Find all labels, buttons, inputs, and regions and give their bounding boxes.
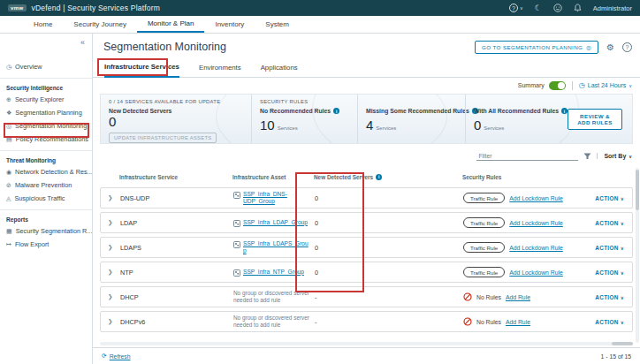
funnel-icon[interactable]: [583, 153, 591, 160]
tab-applications[interactable]: Applications: [261, 64, 298, 77]
traffic-rule-badge[interactable]: Traffic Rule: [463, 267, 505, 277]
sidebar-item-network-detection-res[interactable]: ◉Network Detection & Res...: [0, 165, 92, 178]
sidebar-item-policy-recommendations[interactable]: ▤Policy Recommendations: [0, 133, 92, 146]
summary-toggle[interactable]: [549, 81, 566, 90]
feedback-button[interactable]: [553, 4, 562, 12]
add-lockdown-rule-link[interactable]: Add Lockdown Rule: [509, 195, 562, 201]
sidebar-item-suspicious-traffic[interactable]: ◬Suspicious Traffic: [0, 192, 92, 205]
report-icon: ▦: [6, 228, 12, 235]
settings-button[interactable]: ⚙: [606, 43, 614, 52]
table-footer: ⟳ Refresh 1 - 15 of 15: [93, 347, 640, 364]
time-range-label: Last 24 Hours: [588, 82, 627, 88]
add-rule-link[interactable]: Add Rule: [506, 294, 530, 300]
services-unit: Services: [484, 125, 504, 131]
vertical-scrollbar-thumb[interactable]: [636, 170, 639, 210]
page-tabs: Infrastructure ServicesEnvironmentsAppli…: [93, 58, 640, 78]
expand-chevron-icon[interactable]: ❯: [101, 219, 120, 226]
user-menu[interactable]: Administrator: [593, 4, 632, 12]
action-dropdown[interactable]: ACTION ∨: [575, 195, 632, 201]
expand-chevron-icon[interactable]: ❯: [101, 194, 120, 201]
asset-group-link[interactable]: SSP_Infra_DNS-UDP_Group: [243, 191, 309, 205]
refresh-button[interactable]: ⟳ Refresh: [102, 353, 131, 360]
add-lockdown-rule-link[interactable]: Add Lockdown Rule: [509, 245, 562, 251]
spacer: [474, 99, 568, 106]
col-infrastructure-asset[interactable]: Infrastructure Asset: [232, 174, 314, 180]
nav-item-home[interactable]: Home: [23, 16, 63, 33]
asset-group-link[interactable]: SSP_Infra_LDAPS_Group: [243, 240, 309, 254]
go-to-segmentation-planning-button[interactable]: GO TO SEGMENTATION PLANNING ◎: [475, 41, 598, 54]
sidebar-item-security-segmentation-r[interactable]: ▦Security Segmentation R...: [0, 224, 92, 238]
page-help-button[interactable]: ?: [622, 42, 632, 52]
asset-group-link[interactable]: SSP_Infra_LDAP_Group: [243, 219, 308, 226]
table-row-ntp: ❯NTPSSP_Infra_NTP_Group0Traffic RuleAdd …: [100, 262, 633, 283]
nav-item-monitor-plan[interactable]: Monitor & Plan: [137, 16, 204, 33]
add-rule-link[interactable]: Add Rule: [506, 319, 530, 325]
add-lockdown-rule-link[interactable]: Add Lockdown Rule: [509, 220, 562, 226]
traffic-rule-badge[interactable]: Traffic Rule: [463, 242, 505, 253]
expand-chevron-icon[interactable]: ❯: [101, 293, 120, 300]
no-recommended-rules-card: SECURITY RULES No Recommended Rulesi 10S…: [251, 95, 357, 143]
filter-row: Sort By ∨: [93, 144, 640, 168]
toggle-knob: [558, 82, 565, 89]
traffic-rule-badge[interactable]: Traffic Rule: [463, 193, 505, 203]
nav-item-inventory[interactable]: Inventory: [204, 16, 255, 33]
action-dropdown[interactable]: ACTION ∨: [575, 245, 632, 251]
help-menu-button[interactable]: ? ∨: [509, 4, 523, 12]
action-dropdown[interactable]: ACTION ∨: [575, 294, 632, 300]
update-summary-section: 0 / 14 SERVICES AVAILABLE FOR UPDATE New…: [101, 95, 251, 143]
col-new-detected-servers[interactable]: New Detected Servers i: [314, 174, 462, 180]
add-lockdown-rule-link[interactable]: Add Lockdown Rule: [509, 269, 562, 276]
pagination-label: 1 - 15 of 15: [601, 353, 631, 360]
action-dropdown[interactable]: ACTION ∨: [575, 319, 632, 325]
expand-chevron-icon[interactable]: ❯: [101, 244, 120, 251]
info-icon[interactable]: i: [561, 108, 568, 114]
info-icon[interactable]: i: [376, 174, 382, 180]
vertical-scrollbar[interactable]: [636, 168, 639, 343]
sidebar-collapse-button[interactable]: «: [0, 35, 92, 49]
sidebar-item-security-explorer[interactable]: ⊕Security Explorer: [0, 93, 92, 106]
action-dropdown[interactable]: ACTION ∨: [575, 269, 632, 276]
expand-chevron-icon[interactable]: ❯: [101, 269, 120, 276]
collapse-icon: «: [80, 38, 85, 47]
expand-chevron-icon[interactable]: ❯: [101, 318, 120, 325]
group-icon: [233, 220, 240, 227]
gauge-icon: ◷: [6, 64, 11, 71]
suspicious-icon: ◬: [6, 195, 11, 202]
col-security-rules[interactable]: Security Rules: [462, 174, 576, 180]
new-detected-servers-value: 0: [315, 194, 463, 202]
sidebar-item-overview[interactable]: ◷Overview: [0, 60, 92, 73]
review-add-rules-button[interactable]: REVIEW & ADD RULES: [568, 109, 622, 130]
nav-item-system[interactable]: System: [255, 16, 300, 33]
sidebar-item-segmentation-monitoring[interactable]: ◎Segmentation Monitoring: [0, 119, 92, 133]
traffic-rule-badge[interactable]: Traffic Rule: [463, 217, 505, 228]
sidebar-nav: ◷OverviewSecurity Intelligence⊕Security …: [0, 60, 92, 251]
time-range-dropdown[interactable]: ◷ Last 24 Hours ∨: [579, 81, 632, 89]
nav-item-security-journey[interactable]: Security Journey: [63, 16, 137, 33]
sort-by-dropdown[interactable]: Sort By ∨: [597, 153, 632, 159]
sidebar-item-flow-export[interactable]: ↦Flow Export: [0, 238, 92, 251]
info-icon[interactable]: i: [333, 108, 339, 114]
filter-input[interactable]: [476, 152, 578, 161]
infrastructure-service-name: NTP: [120, 269, 233, 277]
security-rules-cell: Traffic RuleAdd Lockdown Rule: [463, 217, 575, 228]
screen: vmw vDefend | Security Services Platform…: [0, 0, 640, 364]
tab-environments[interactable]: Environments: [199, 64, 241, 77]
infrastructure-service-name: DHCPv6: [120, 318, 233, 326]
action-label: ACTION: [595, 220, 620, 226]
table-row-dhcpv6: ❯DHCPv6No group or discovered server nee…: [100, 311, 633, 332]
new-detected-servers-value: 0: [315, 219, 463, 227]
chevron-down-icon: ∨: [621, 246, 624, 251]
horizontal-scrollbar[interactable]: [100, 342, 633, 345]
update-infrastructure-assets-button[interactable]: UPDATE INFRASTRUCTURE ASSETS: [109, 133, 217, 143]
horizontal-scrollbar-thumb[interactable]: [612, 342, 633, 345]
tab-infrastructure-services[interactable]: Infrastructure Services: [104, 63, 179, 78]
malware-icon: ⊘: [6, 182, 11, 189]
asset-group-link[interactable]: SSP_Infra_NTP_Group: [243, 269, 304, 276]
sidebar-item-segmentation-planning[interactable]: ❖Segmentation Planning: [0, 106, 92, 119]
notifications-button[interactable]: [574, 4, 582, 12]
sidebar-item-malware-prevention[interactable]: ⊘Malware Prevention: [0, 178, 92, 192]
new-detected-servers-label: New Detected Servers: [109, 108, 243, 114]
col-infrastructure-service[interactable]: Infrastructure Service: [119, 174, 232, 180]
dark-mode-button[interactable]: ☾: [535, 4, 542, 12]
action-dropdown[interactable]: ACTION ∨: [575, 220, 632, 226]
